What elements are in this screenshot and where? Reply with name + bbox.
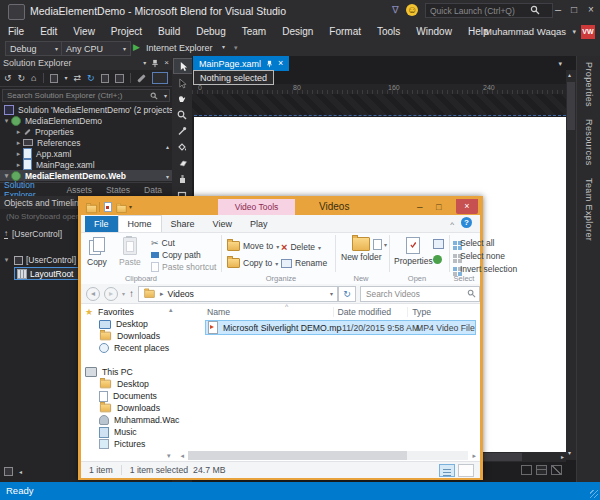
paste-button[interactable]: Paste xyxy=(119,237,141,267)
menu-view[interactable]: View xyxy=(65,26,103,37)
scroll-up-icon[interactable]: ▴ xyxy=(568,72,571,78)
refresh-button[interactable]: ↻ xyxy=(338,286,356,302)
column-name[interactable]: Name xyxy=(207,307,333,317)
maximize-button[interactable]: □ xyxy=(571,5,577,15)
document-list-dropdown-icon[interactable]: ▾ xyxy=(558,60,562,67)
address-dropdown-icon[interactable]: ▾ xyxy=(330,290,333,297)
tree-item-properties[interactable]: ▸ Properties xyxy=(0,126,172,137)
help-icon[interactable]: ? xyxy=(461,217,472,228)
menu-window[interactable]: Window xyxy=(408,26,460,37)
eyedropper-tool-button[interactable] xyxy=(173,124,191,138)
paste-shortcut-button[interactable]: Paste shortcut xyxy=(151,262,216,272)
tree-item-appxaml[interactable]: ▸ App.xaml xyxy=(0,148,172,159)
qat-dropdown-icon[interactable]: ▾ xyxy=(129,204,132,210)
sidebar-item-recent-places[interactable]: Recent places xyxy=(85,342,169,354)
expander-icon[interactable]: ▾ xyxy=(2,117,11,125)
menu-file[interactable]: File xyxy=(0,26,32,37)
back-icon[interactable]: ↺ xyxy=(4,74,12,83)
scrollbar-thumb[interactable] xyxy=(478,453,522,461)
solution-search-input[interactable] xyxy=(2,89,170,102)
browser-dropdown-icon[interactable]: ▾ xyxy=(222,44,225,50)
file-row-selected[interactable]: Microsoft Silverlight DEMO.mp4 11/20/201… xyxy=(205,320,476,335)
tree-item-project[interactable]: ▾ MediaElementDemo xyxy=(0,115,172,126)
document-tab-active[interactable]: MainPage.xaml × xyxy=(193,56,289,71)
platform-dropdown[interactable]: Any CPU ▾ xyxy=(61,41,131,56)
direct-selection-tool-button[interactable] xyxy=(173,76,191,90)
tab-share[interactable]: Share xyxy=(162,216,204,232)
hscroll-left-icon[interactable]: ◂ xyxy=(181,452,185,460)
select-all-button[interactable]: Select all xyxy=(453,238,495,248)
sidebar-item-pc-desktop[interactable]: Desktop xyxy=(85,378,169,390)
menu-edit[interactable]: Edit xyxy=(32,26,65,37)
close-button[interactable]: × xyxy=(588,5,594,15)
nav-history-dropdown-icon[interactable]: ▾ xyxy=(122,290,125,297)
tab-view[interactable]: View xyxy=(204,216,241,232)
expander-icon[interactable]: ▸ xyxy=(14,150,23,158)
avatar[interactable]: VW xyxy=(581,25,595,39)
scope-up-icon[interactable]: ↑ xyxy=(4,230,8,239)
qat-new-folder-icon[interactable] xyxy=(116,205,126,213)
search-box[interactable] xyxy=(360,286,480,302)
tab-file[interactable]: File xyxy=(85,216,118,232)
sidebar-favorites[interactable]: ★ Favorites xyxy=(85,306,169,318)
ink-bottle-tool-button[interactable] xyxy=(173,172,191,186)
solution-explorer-header[interactable]: Solution Explorer ▾ × xyxy=(0,56,172,70)
sync-with-document-icon[interactable]: ⇄ xyxy=(73,74,81,83)
menu-format[interactable]: Format xyxy=(321,26,369,37)
expander-icon[interactable]: ▸ xyxy=(14,128,23,136)
sidebar-item-pc-user[interactable]: Muhammad.Wac xyxy=(85,414,169,426)
details-view-button[interactable] xyxy=(439,464,455,477)
properties-button[interactable]: Properties xyxy=(394,237,433,266)
home-icon[interactable]: ⌂ xyxy=(31,74,36,83)
contextual-tab-video-tools[interactable]: Video Tools xyxy=(218,199,295,215)
menu-project[interactable]: Project xyxy=(103,26,150,37)
signed-in-user[interactable]: Muhammad Waqas xyxy=(484,26,566,37)
scrollbar-thumb[interactable] xyxy=(567,82,575,130)
sidebar-this-pc[interactable]: This PC xyxy=(85,366,169,378)
expander-icon[interactable]: ▸ xyxy=(14,161,23,169)
hscroll-right-icon[interactable]: ▸ xyxy=(472,452,476,460)
sidebar-item-pc-downloads[interactable]: Downloads xyxy=(85,402,169,414)
hscroll-track[interactable] xyxy=(188,451,468,460)
column-type[interactable]: Type xyxy=(407,307,476,317)
search-videos-input[interactable] xyxy=(364,288,458,300)
tab-assets[interactable]: Assets xyxy=(66,185,92,195)
split-view-icon[interactable] xyxy=(536,465,547,475)
tree-scroll-down-icon[interactable]: ▾ xyxy=(166,174,169,180)
search-options-dropdown-icon[interactable]: ▾ xyxy=(164,93,167,99)
copy-path-button[interactable]: Copy path xyxy=(151,250,201,260)
sidebar-item-pc-pictures[interactable]: Pictures xyxy=(85,438,169,450)
menu-tools[interactable]: Tools xyxy=(369,26,408,37)
tab-team-explorer[interactable]: Team Explorer xyxy=(584,172,594,247)
select-none-button[interactable]: Select none xyxy=(453,251,505,261)
tab-play[interactable]: Play xyxy=(241,216,277,232)
filter-dropdown-icon[interactable]: ▾ xyxy=(64,75,67,81)
panel-close-icon[interactable]: × xyxy=(164,59,169,67)
design-view-icon[interactable] xyxy=(521,465,532,475)
tab-states[interactable]: States xyxy=(106,185,130,195)
menu-design[interactable]: Design xyxy=(274,26,321,37)
tree-item-solution[interactable]: Solution 'MediaElementDemo' (2 projects) xyxy=(0,104,172,115)
open-history-icon[interactable] xyxy=(433,239,444,249)
panel-menu-icon[interactable]: ▾ xyxy=(143,60,146,66)
tab-close-icon[interactable]: × xyxy=(278,59,283,68)
icons-view-button[interactable] xyxy=(458,464,474,477)
expander-icon[interactable]: ▾ xyxy=(2,172,11,180)
forward-icon[interactable]: ↻ xyxy=(18,74,26,83)
user-dropdown-icon[interactable]: ▾ xyxy=(572,28,576,35)
vertical-scrollbar[interactable]: ▴ ▾ xyxy=(566,70,576,460)
timeline-options-icon[interactable] xyxy=(4,467,13,476)
sidebar-item-pc-music[interactable]: Music xyxy=(85,426,169,438)
sidebar-scroll-down-icon[interactable]: ▾ xyxy=(167,452,171,460)
sidebar-item-desktop[interactable]: Desktop xyxy=(85,318,169,330)
eraser-tool-button[interactable] xyxy=(173,156,191,170)
configuration-dropdown[interactable]: Debug ▾ xyxy=(5,41,63,56)
pending-changes-filter-icon[interactable] xyxy=(50,74,59,83)
expander-icon[interactable]: ▸ xyxy=(14,139,23,147)
objects-layoutroot-row-selected[interactable]: LayoutRoot xyxy=(14,267,80,280)
tab-resources[interactable]: Resources xyxy=(584,113,594,172)
new-item-button[interactable]: ▾ xyxy=(373,239,387,250)
show-all-files-icon[interactable] xyxy=(101,74,110,83)
tab-pin-icon[interactable] xyxy=(266,60,273,68)
toolbar-overflow-icon[interactable]: ▾ xyxy=(234,44,238,51)
